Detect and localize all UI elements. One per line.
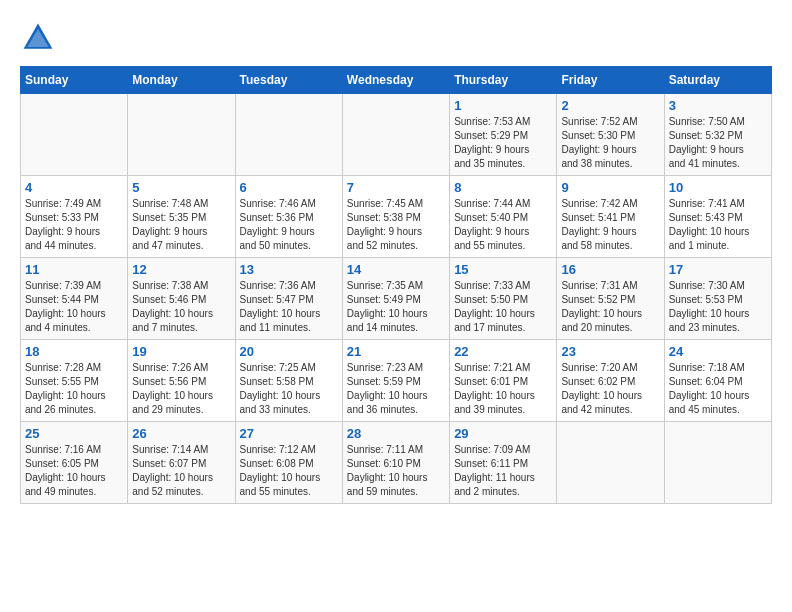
weekday-header-sunday: Sunday [21,67,128,94]
day-number: 3 [669,98,767,113]
day-info: Sunrise: 7:31 AM Sunset: 5:52 PM Dayligh… [561,279,659,335]
calendar-cell: 6Sunrise: 7:46 AM Sunset: 5:36 PM Daylig… [235,176,342,258]
day-info: Sunrise: 7:14 AM Sunset: 6:07 PM Dayligh… [132,443,230,499]
day-info: Sunrise: 7:28 AM Sunset: 5:55 PM Dayligh… [25,361,123,417]
day-number: 8 [454,180,552,195]
weekday-header-thursday: Thursday [450,67,557,94]
calendar-cell: 13Sunrise: 7:36 AM Sunset: 5:47 PM Dayli… [235,258,342,340]
day-number: 27 [240,426,338,441]
calendar-cell: 18Sunrise: 7:28 AM Sunset: 5:55 PM Dayli… [21,340,128,422]
day-number: 29 [454,426,552,441]
calendar-week-row: 1Sunrise: 7:53 AM Sunset: 5:29 PM Daylig… [21,94,772,176]
calendar-cell: 5Sunrise: 7:48 AM Sunset: 5:35 PM Daylig… [128,176,235,258]
calendar-cell [128,94,235,176]
day-number: 2 [561,98,659,113]
day-number: 23 [561,344,659,359]
day-number: 16 [561,262,659,277]
day-number: 22 [454,344,552,359]
day-number: 15 [454,262,552,277]
logo-icon [20,20,56,56]
day-info: Sunrise: 7:12 AM Sunset: 6:08 PM Dayligh… [240,443,338,499]
day-number: 13 [240,262,338,277]
calendar-cell: 1Sunrise: 7:53 AM Sunset: 5:29 PM Daylig… [450,94,557,176]
day-number: 21 [347,344,445,359]
day-number: 1 [454,98,552,113]
weekday-header-monday: Monday [128,67,235,94]
day-info: Sunrise: 7:21 AM Sunset: 6:01 PM Dayligh… [454,361,552,417]
day-number: 4 [25,180,123,195]
day-info: Sunrise: 7:36 AM Sunset: 5:47 PM Dayligh… [240,279,338,335]
day-info: Sunrise: 7:49 AM Sunset: 5:33 PM Dayligh… [25,197,123,253]
day-info: Sunrise: 7:50 AM Sunset: 5:32 PM Dayligh… [669,115,767,171]
day-info: Sunrise: 7:42 AM Sunset: 5:41 PM Dayligh… [561,197,659,253]
calendar-week-row: 11Sunrise: 7:39 AM Sunset: 5:44 PM Dayli… [21,258,772,340]
calendar-cell: 4Sunrise: 7:49 AM Sunset: 5:33 PM Daylig… [21,176,128,258]
weekday-header-tuesday: Tuesday [235,67,342,94]
day-number: 25 [25,426,123,441]
day-info: Sunrise: 7:41 AM Sunset: 5:43 PM Dayligh… [669,197,767,253]
day-number: 17 [669,262,767,277]
calendar-week-row: 4Sunrise: 7:49 AM Sunset: 5:33 PM Daylig… [21,176,772,258]
day-number: 24 [669,344,767,359]
calendar-week-row: 18Sunrise: 7:28 AM Sunset: 5:55 PM Dayli… [21,340,772,422]
calendar-cell [557,422,664,504]
day-number: 9 [561,180,659,195]
calendar-cell: 17Sunrise: 7:30 AM Sunset: 5:53 PM Dayli… [664,258,771,340]
calendar-cell: 14Sunrise: 7:35 AM Sunset: 5:49 PM Dayli… [342,258,449,340]
day-number: 11 [25,262,123,277]
calendar-cell: 3Sunrise: 7:50 AM Sunset: 5:32 PM Daylig… [664,94,771,176]
calendar-cell: 16Sunrise: 7:31 AM Sunset: 5:52 PM Dayli… [557,258,664,340]
day-info: Sunrise: 7:16 AM Sunset: 6:05 PM Dayligh… [25,443,123,499]
calendar-cell: 11Sunrise: 7:39 AM Sunset: 5:44 PM Dayli… [21,258,128,340]
calendar-table: SundayMondayTuesdayWednesdayThursdayFrid… [20,66,772,504]
calendar-cell: 19Sunrise: 7:26 AM Sunset: 5:56 PM Dayli… [128,340,235,422]
day-info: Sunrise: 7:44 AM Sunset: 5:40 PM Dayligh… [454,197,552,253]
calendar-cell: 29Sunrise: 7:09 AM Sunset: 6:11 PM Dayli… [450,422,557,504]
logo [20,20,60,56]
calendar-cell: 20Sunrise: 7:25 AM Sunset: 5:58 PM Dayli… [235,340,342,422]
day-info: Sunrise: 7:53 AM Sunset: 5:29 PM Dayligh… [454,115,552,171]
calendar-cell: 25Sunrise: 7:16 AM Sunset: 6:05 PM Dayli… [21,422,128,504]
day-number: 28 [347,426,445,441]
calendar-week-row: 25Sunrise: 7:16 AM Sunset: 6:05 PM Dayli… [21,422,772,504]
calendar-cell: 7Sunrise: 7:45 AM Sunset: 5:38 PM Daylig… [342,176,449,258]
calendar-cell: 28Sunrise: 7:11 AM Sunset: 6:10 PM Dayli… [342,422,449,504]
day-info: Sunrise: 7:20 AM Sunset: 6:02 PM Dayligh… [561,361,659,417]
day-info: Sunrise: 7:30 AM Sunset: 5:53 PM Dayligh… [669,279,767,335]
calendar-cell [342,94,449,176]
calendar-cell: 27Sunrise: 7:12 AM Sunset: 6:08 PM Dayli… [235,422,342,504]
calendar-cell: 15Sunrise: 7:33 AM Sunset: 5:50 PM Dayli… [450,258,557,340]
weekday-header-row: SundayMondayTuesdayWednesdayThursdayFrid… [21,67,772,94]
day-number: 19 [132,344,230,359]
calendar-cell: 8Sunrise: 7:44 AM Sunset: 5:40 PM Daylig… [450,176,557,258]
day-info: Sunrise: 7:45 AM Sunset: 5:38 PM Dayligh… [347,197,445,253]
calendar-cell: 26Sunrise: 7:14 AM Sunset: 6:07 PM Dayli… [128,422,235,504]
calendar-cell [664,422,771,504]
day-number: 6 [240,180,338,195]
day-number: 18 [25,344,123,359]
day-number: 20 [240,344,338,359]
day-number: 5 [132,180,230,195]
weekday-header-wednesday: Wednesday [342,67,449,94]
calendar-cell: 21Sunrise: 7:23 AM Sunset: 5:59 PM Dayli… [342,340,449,422]
calendar-cell: 2Sunrise: 7:52 AM Sunset: 5:30 PM Daylig… [557,94,664,176]
calendar-cell [235,94,342,176]
calendar-cell: 24Sunrise: 7:18 AM Sunset: 6:04 PM Dayli… [664,340,771,422]
calendar-cell: 9Sunrise: 7:42 AM Sunset: 5:41 PM Daylig… [557,176,664,258]
day-number: 10 [669,180,767,195]
day-info: Sunrise: 7:48 AM Sunset: 5:35 PM Dayligh… [132,197,230,253]
day-info: Sunrise: 7:33 AM Sunset: 5:50 PM Dayligh… [454,279,552,335]
day-info: Sunrise: 7:35 AM Sunset: 5:49 PM Dayligh… [347,279,445,335]
page-header [20,20,772,56]
calendar-cell: 10Sunrise: 7:41 AM Sunset: 5:43 PM Dayli… [664,176,771,258]
day-number: 14 [347,262,445,277]
day-number: 12 [132,262,230,277]
day-info: Sunrise: 7:09 AM Sunset: 6:11 PM Dayligh… [454,443,552,499]
day-info: Sunrise: 7:39 AM Sunset: 5:44 PM Dayligh… [25,279,123,335]
day-info: Sunrise: 7:46 AM Sunset: 5:36 PM Dayligh… [240,197,338,253]
day-info: Sunrise: 7:11 AM Sunset: 6:10 PM Dayligh… [347,443,445,499]
day-number: 7 [347,180,445,195]
weekday-header-saturday: Saturday [664,67,771,94]
day-info: Sunrise: 7:52 AM Sunset: 5:30 PM Dayligh… [561,115,659,171]
weekday-header-friday: Friday [557,67,664,94]
